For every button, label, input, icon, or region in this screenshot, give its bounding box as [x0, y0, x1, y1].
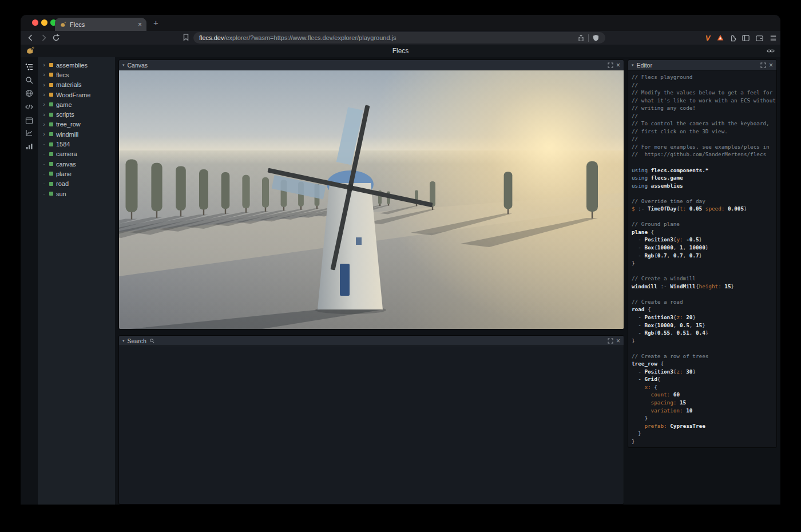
forward-button[interactable] [39, 33, 48, 42]
leaf-marker: - [42, 191, 46, 197]
tree-item-materials[interactable]: ›materials [38, 80, 115, 90]
search-panel-title: Search [128, 338, 146, 344]
menu-icon[interactable] [768, 33, 778, 43]
browser-toolbar: flecs.dev/explorer/?wasm=https://www.fle… [21, 31, 780, 45]
minimize-window-button[interactable] [41, 19, 47, 26]
tree-item-canvas[interactable]: -canvas [38, 159, 115, 169]
tree-item-flecs[interactable]: ›flecs [38, 70, 115, 80]
code-line: road { [632, 305, 776, 313]
code-line: // Create a row of trees [632, 352, 776, 360]
tree-item-road[interactable]: -road [38, 179, 115, 189]
code-line: windmill :- WindMill{height: 15} [632, 283, 776, 291]
expand-chevron-icon[interactable]: › [42, 112, 46, 118]
entity-label: canvas [56, 161, 76, 168]
code-line: // [632, 135, 776, 143]
close-panel-icon[interactable]: × [769, 62, 773, 69]
tree-item-game[interactable]: ›game [38, 100, 115, 109]
collapse-chevron-icon[interactable]: ▾ [632, 63, 634, 68]
entity-color-icon [49, 102, 53, 106]
search-results-area [119, 346, 624, 505]
canvas-panel-title: Canvas [128, 62, 148, 69]
world-icon[interactable] [25, 89, 34, 98]
entity-tree-icon[interactable] [25, 62, 34, 72]
code-line: using flecs.game [632, 174, 776, 182]
stats-chart-icon[interactable] [25, 128, 34, 137]
expand-chevron-icon[interactable]: › [42, 72, 46, 78]
code-line: - Position3{z: 20} [632, 313, 776, 321]
code-line [632, 344, 776, 352]
tree-item-plane[interactable]: -plane [38, 169, 115, 178]
entity-label: assemblies [56, 62, 88, 69]
tree-item-tree_row[interactable]: ›tree_row [38, 120, 115, 129]
editor-panel-title: Editor [637, 62, 652, 69]
tree-item-WoodFrame[interactable]: ›WoodFrame [38, 90, 115, 100]
expand-chevron-icon[interactable]: › [42, 101, 46, 108]
url-path: /explorer/?wasm=https://www.flecs.dev/ex… [224, 34, 396, 41]
tree-item-camera[interactable]: -camera [38, 149, 115, 159]
tree-item-sun[interactable]: -sun [38, 189, 115, 198]
extensions-icon[interactable] [728, 33, 738, 43]
tree-item-assemblies[interactable]: ›assemblies [38, 60, 115, 70]
close-panel-icon[interactable]: × [616, 62, 620, 69]
profiler-icon[interactable] [25, 142, 34, 151]
code-line: spacing: 15 [632, 399, 776, 407]
browser-tab[interactable]: Flecs × [55, 18, 146, 31]
leaf-marker: - [42, 151, 46, 157]
entity-label: windmill [56, 131, 78, 138]
expand-chevron-icon[interactable]: › [42, 131, 46, 137]
code-line: // Flecs playground [632, 73, 776, 81]
code-line: // For more examples, see examples/plecs… [632, 143, 776, 151]
tab-close-icon[interactable]: × [138, 21, 142, 28]
code-line [632, 213, 776, 221]
code-line: prefab: CypressTree [632, 422, 776, 430]
brave-rewards-icon[interactable] [715, 33, 725, 43]
fullscreen-icon[interactable] [608, 62, 613, 68]
entity-label: game [56, 101, 72, 108]
editor-code[interactable]: // Flecs playground//// Modify the value… [628, 70, 776, 448]
code-line: - Grid{ [632, 375, 776, 383]
close-window-button[interactable] [32, 19, 38, 26]
code-line: } [632, 259, 776, 267]
entity-color-icon [49, 83, 53, 87]
code-line: } [632, 438, 776, 446]
share-link-icon[interactable] [767, 47, 775, 55]
close-panel-icon[interactable]: × [616, 338, 620, 344]
entity-color-icon [49, 113, 53, 117]
code-line: // Ground plane [632, 220, 776, 228]
entity-label: sun [56, 190, 66, 197]
code-line: // https://github.com/SanderMertens/flec… [632, 150, 776, 158]
entity-label: scripts [56, 111, 74, 118]
query-search-icon[interactable] [25, 76, 34, 85]
inspector-icon[interactable] [25, 116, 34, 125]
shields-icon[interactable] [592, 34, 600, 42]
expand-chevron-icon[interactable]: › [42, 92, 46, 98]
collapse-chevron-icon[interactable]: ▾ [122, 63, 125, 68]
canvas-3d-view[interactable] [119, 70, 624, 329]
wallet-icon[interactable] [754, 33, 764, 43]
url-bar[interactable]: flecs.dev/explorer/?wasm=https://www.fle… [193, 32, 605, 43]
brave-vpn-icon[interactable]: V [703, 33, 713, 43]
entity-color-icon [49, 162, 53, 166]
code-line: variation: 10 [632, 407, 776, 415]
tree-item-1584[interactable]: -1584 [38, 139, 115, 149]
code-line [632, 290, 776, 298]
tree-item-windmill[interactable]: ›windmill [38, 129, 115, 139]
new-tab-button[interactable]: + [153, 18, 158, 27]
entity-label: plane [56, 170, 72, 177]
entity-label: tree_row [56, 121, 81, 128]
expand-chevron-icon[interactable]: › [42, 121, 46, 128]
collapse-chevron-icon[interactable]: ▾ [122, 339, 125, 343]
expand-chevron-icon[interactable]: › [42, 62, 46, 68]
code-line: - Box{10000, 0.5, 15} [632, 321, 776, 329]
share-icon[interactable] [577, 34, 585, 42]
expand-chevron-icon[interactable]: › [42, 82, 46, 88]
back-button[interactable] [26, 33, 35, 42]
fullscreen-icon[interactable] [608, 338, 613, 344]
tree-item-scripts[interactable]: ›scripts [38, 109, 115, 119]
sidebar-toggle-icon[interactable] [740, 33, 751, 43]
bookmarks-panel-icon[interactable] [182, 33, 191, 42]
fullscreen-icon[interactable] [760, 62, 766, 68]
script-code-icon[interactable] [25, 102, 34, 112]
reload-button[interactable] [51, 33, 61, 42]
url-domain: flecs.dev [199, 34, 224, 41]
